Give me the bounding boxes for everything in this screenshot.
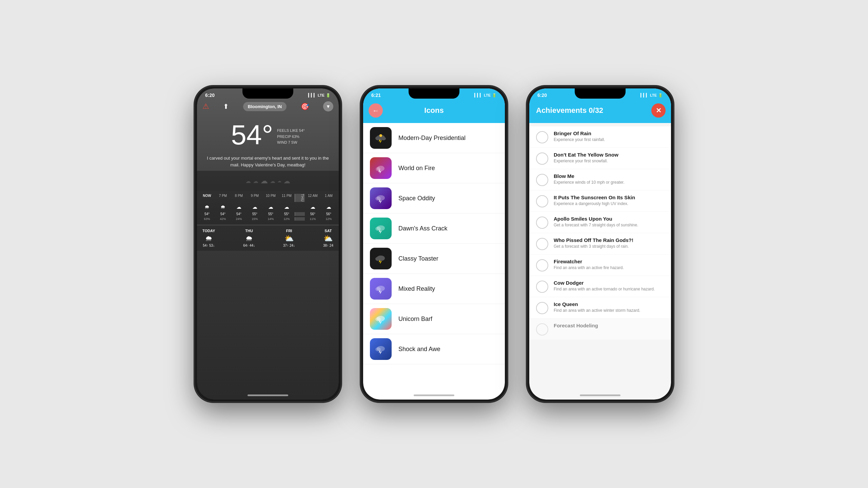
achievement-name: It Puts The Sunscreen On Its Skin <box>554 195 635 200</box>
back-button[interactable]: ← <box>369 103 383 118</box>
thursday-divider: THU <box>295 194 305 202</box>
achievement-text: Bringer Of Rain Experience your first ra… <box>554 130 605 143</box>
daily-icon-thu: 🌧 <box>243 234 255 243</box>
achievement-name: Don't Eat The Yellow Snow <box>554 152 618 158</box>
achievement-item: It Puts The Sunscreen On Its Skin Experi… <box>529 190 671 211</box>
daily-sat: SAT ⛅ 38↑ 24 <box>323 229 333 247</box>
home-indicator-2 <box>414 394 454 396</box>
daily-temps-sat: 38↑ 24 <box>323 244 333 247</box>
list-item[interactable]: World on Fire <box>363 153 505 183</box>
alert-icon[interactable]: ⚠ <box>202 102 209 111</box>
daily-day-thu: THU <box>243 229 255 233</box>
daily-forecast: TODAY 🌧 54↑ 53↓ THU 🌧 64↑ 44↓ FRI ⛅ 37↑ … <box>197 225 339 251</box>
icon-name-dawns-crack: Dawn's Ass Crack <box>398 225 447 232</box>
achievement-item: Firewatcher Find an area with an active … <box>529 255 671 276</box>
lte-label-2: LTE <box>484 93 491 97</box>
hourly-icon-7: 🌧 <box>215 204 231 210</box>
achievement-name: Bringer Of Rain <box>554 130 605 136</box>
icon-mixed-reality <box>370 278 392 300</box>
achievement-desc: Get a forecast with 7 straight days of s… <box>554 222 638 228</box>
achievement-circle <box>536 259 548 271</box>
icon-name-classy-toaster: Classy Toaster <box>398 255 438 262</box>
hourly-temp-12: 56° <box>305 212 321 216</box>
icon-dawns-crack <box>370 218 392 239</box>
achievement-desc: Experience your first snowfall. <box>554 158 618 164</box>
hourly-temp-7: 54° <box>215 212 231 216</box>
location-label[interactable]: Bloomington, IN <box>243 102 287 111</box>
daily-icon-sat: ⛅ <box>323 234 333 243</box>
hour-label-11pm: 11 PM <box>279 194 295 202</box>
achievement-text: Forecast Hodeling <box>554 323 598 329</box>
daily-icon-fri: ⛅ <box>283 234 295 243</box>
hour-label-12am: 12 AM <box>305 194 321 202</box>
achievement-text: Firewatcher Find an area with an active … <box>554 259 624 271</box>
daily-day-sat: SAT <box>323 229 333 233</box>
close-button[interactable]: ✕ <box>651 103 666 118</box>
daily-temps-today: 54↑ 53↓ <box>202 244 215 247</box>
hourly-icon-1: ☁ <box>321 204 337 210</box>
list-item[interactable]: Classy Toaster <box>363 244 505 274</box>
achievements-header: Achievements 0/32 ✕ <box>529 99 671 123</box>
phone-weather: 6:20 ▎▎▎ LTE 🔋 ⚠ ⬆ Bloomington, IN 🎯 ▼ <box>195 86 341 402</box>
icon-space-oddity <box>370 187 392 209</box>
share-icon[interactable]: ⬆ <box>223 102 229 110</box>
icon-name-presidential: Modern-Day Presidential <box>398 135 466 142</box>
hourly-precip-9: 15% <box>247 217 263 221</box>
target-icon[interactable]: 🎯 <box>301 102 309 110</box>
wind: WIND 7 SW <box>277 140 304 146</box>
hourly-icon-11: ☁ <box>279 204 295 210</box>
list-item[interactable]: Unicorn Barf <box>363 304 505 334</box>
hourly-precip-12: 11% <box>305 217 321 221</box>
home-indicator-1 <box>248 394 288 396</box>
daily-icon-today: 🌧 <box>202 234 215 243</box>
back-arrow-icon: ← <box>372 107 379 115</box>
hour-label-8pm: 8 PM <box>231 194 247 202</box>
achievement-circle <box>536 217 548 229</box>
hourly-icon-12: ☁ <box>305 204 321 210</box>
achievement-circle <box>536 174 548 186</box>
achievement-text: Apollo Smiles Upon You Get a forecast wi… <box>554 216 638 228</box>
hourly-temp-9: 55° <box>247 212 263 216</box>
achievement-desc: Experience winds of 10 mph or greater. <box>554 180 625 185</box>
achievement-name: Firewatcher <box>554 259 624 264</box>
weather-graphic: ☁ ☁ ☁ ☁ ☁ ☁ <box>197 171 339 191</box>
dropdown-icon[interactable]: ▼ <box>323 101 333 111</box>
achievement-item: Cow Dodger Find an area with an active t… <box>529 276 671 297</box>
hourly-temp-1: 56° <box>321 212 337 216</box>
battery-icon-1: 🔋 <box>326 93 331 98</box>
hour-label-7pm: 7 PM <box>215 194 231 202</box>
achievement-text: Cow Dodger Find an area with an active t… <box>554 280 655 292</box>
list-item[interactable]: Dawn's Ass Crack <box>363 214 505 244</box>
achievement-text: It Puts The Sunscreen On Its Skin Experi… <box>554 195 635 207</box>
list-item[interactable]: Space Oddity <box>363 183 505 214</box>
weather-details: FEELS LIKE 54° PRECIP 63% WIND 7 SW <box>277 128 304 146</box>
status-icons-1: ▎▎▎ LTE 🔋 <box>308 93 331 98</box>
hourly-temp-10: 55° <box>263 212 279 216</box>
list-item[interactable]: Mixed Reality <box>363 274 505 304</box>
achievement-circle <box>536 281 548 293</box>
hour-label-now: NOW <box>199 194 215 202</box>
achievements-title: Achievements 0/32 <box>535 106 651 115</box>
battery-icon-3: 🔋 <box>658 93 663 98</box>
status-icons-3: ▎▎▎ LTE 🔋 <box>640 93 663 98</box>
icon-classy-toaster <box>370 248 392 269</box>
list-item[interactable]: Shock and Awe <box>363 334 505 364</box>
battery-icon-2: 🔋 <box>492 93 497 98</box>
hourly-icon-9: ☁ <box>247 204 263 210</box>
achievement-circle <box>536 302 548 314</box>
hour-label-1am: 1 AM <box>321 194 337 202</box>
daily-fri: FRI ⛅ 37↑ 24↓ <box>283 229 295 247</box>
list-item[interactable]: Modern-Day Presidential <box>363 123 505 153</box>
hourly-precip-now: 63% <box>199 217 215 221</box>
achievement-text: Don't Eat The Yellow Snow Experience you… <box>554 152 618 164</box>
hour-label-10pm: 10 PM <box>263 194 279 202</box>
achievement-circle <box>536 323 548 336</box>
achievement-name: Apollo Smiles Upon You <box>554 216 638 222</box>
icon-presidential <box>370 127 392 149</box>
hourly-icon-now: 🌧 <box>199 204 215 210</box>
svg-point-4 <box>379 134 382 137</box>
temperature: 54° <box>231 121 273 149</box>
hourly-precip-1: 12% <box>321 217 337 221</box>
daily-thu: THU 🌧 64↑ 44↓ <box>243 229 255 247</box>
hourly-scroll: NOW 7 PM 8 PM 9 PM 10 PM 11 PM THU 12 AM… <box>197 191 339 225</box>
